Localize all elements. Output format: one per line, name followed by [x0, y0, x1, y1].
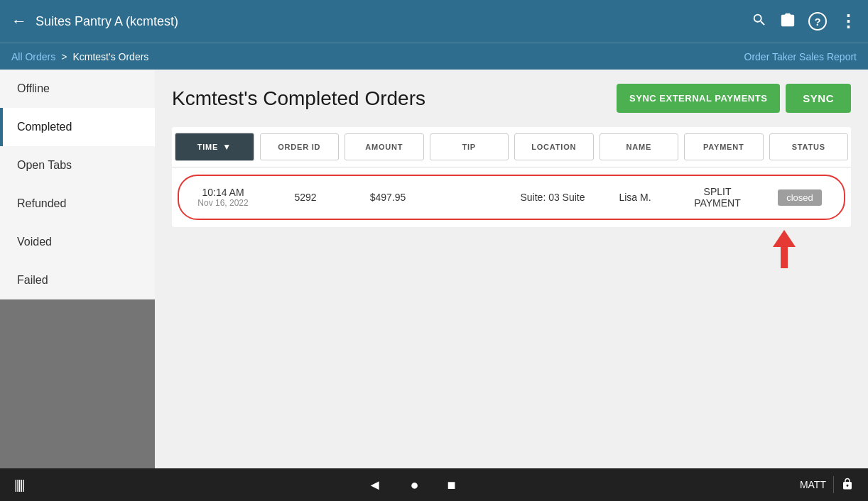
header-buttons: SYNC EXTERNAL PAYMENTS SYNC — [617, 84, 851, 113]
sidebar-item-open-tabs[interactable]: Open Tabs — [0, 146, 155, 185]
sync-button[interactable]: SYNC — [786, 84, 851, 113]
camera-icon[interactable] — [780, 12, 796, 31]
main-content: Offline Completed Open Tabs Refunded Voi… — [0, 70, 868, 468]
top-bar-icons: ? ⋮ — [752, 11, 857, 31]
arrow-annotation — [172, 230, 851, 268]
sidebar-item-refunded[interactable]: Refunded — [0, 185, 155, 223]
arrow-up — [773, 230, 796, 268]
col-header-amount[interactable]: AMOUNT — [345, 133, 424, 160]
col-header-location[interactable]: LOCATION — [514, 133, 594, 160]
sidebar-item-voided[interactable]: Voided — [0, 223, 155, 261]
orders-table: TIME ▼ ORDER ID AMOUNT TIP LOCATION NAME… — [172, 127, 851, 227]
cell-time: 10:14 AM Nov 16, 2022 — [182, 184, 264, 211]
cell-tip — [429, 194, 511, 200]
top-bar: ← Suites Pantry A (kcmtest) ? ⋮ — [0, 0, 868, 43]
breadcrumb-bar: All Orders > Kcmtest's Orders Order Take… — [0, 43, 868, 70]
col-header-tip[interactable]: TIP — [430, 133, 509, 160]
user-label: MATT — [800, 479, 826, 490]
sync-external-payments-button[interactable]: SYNC EXTERNAL PAYMENTS — [617, 84, 780, 113]
content-area: Kcmtest's Completed Orders SYNC EXTERNAL… — [155, 70, 868, 468]
cell-amount: $497.95 — [347, 189, 429, 206]
back-button[interactable]: ← — [11, 12, 27, 31]
col-header-status[interactable]: STATUS — [769, 133, 849, 160]
cell-payment: SPLIT PAYMENT — [676, 183, 759, 211]
sidebar: Offline Completed Open Tabs Refunded Voi… — [0, 70, 155, 468]
arrow-shaft — [781, 247, 788, 268]
order-taker-sales-report-link[interactable]: Order Taker Sales Report — [744, 51, 857, 62]
col-header-payment[interactable]: PAYMENT — [684, 133, 764, 160]
breadcrumb-separator: > — [61, 51, 67, 62]
sidebar-item-failed[interactable]: Failed — [0, 261, 155, 299]
page-title: Kcmtest's Completed Orders — [172, 87, 425, 110]
help-icon[interactable]: ? — [808, 12, 827, 31]
cell-status: closed — [759, 187, 841, 209]
barcode: ||||| — [14, 478, 23, 492]
breadcrumb-right: Order Taker Sales Report — [744, 50, 857, 63]
bottom-divider — [833, 476, 834, 493]
cell-time-main: 10:14 AM — [188, 187, 259, 198]
nav-home-button[interactable]: ● — [410, 477, 418, 493]
bottom-bar: ||||| ◄ ● ■ MATT — [0, 468, 868, 501]
table-header: TIME ▼ ORDER ID AMOUNT TIP LOCATION NAME… — [172, 127, 851, 167]
cell-time-sub: Nov 16, 2022 — [188, 198, 259, 208]
content-header: Kcmtest's Completed Orders SYNC EXTERNAL… — [172, 84, 851, 113]
nav-back-button[interactable]: ◄ — [368, 477, 382, 493]
more-icon[interactable]: ⋮ — [840, 11, 857, 31]
app-title: Suites Pantry A (kcmtest) — [36, 14, 752, 29]
bottom-nav: ◄ ● ■ — [368, 477, 456, 493]
cell-name: Lisa M. — [594, 189, 676, 206]
col-header-time[interactable]: TIME ▼ — [175, 133, 254, 161]
search-icon[interactable] — [752, 12, 767, 31]
sidebar-item-offline[interactable]: Offline — [0, 70, 155, 108]
col-header-order-id[interactable]: ORDER ID — [260, 133, 340, 160]
arrow-head — [773, 230, 796, 247]
sort-arrow-icon: ▼ — [222, 142, 232, 152]
cell-order-id: 5292 — [264, 189, 347, 206]
sidebar-bottom — [0, 299, 155, 468]
cell-location: Suite: 03 Suite — [511, 189, 594, 206]
col-header-name[interactable]: NAME — [600, 133, 679, 160]
nav-recents-button[interactable]: ■ — [447, 477, 456, 493]
status-badge: closed — [778, 189, 822, 206]
sidebar-item-completed[interactable]: Completed — [0, 108, 155, 146]
breadcrumb-all-orders[interactable]: All Orders — [11, 51, 55, 62]
table-row[interactable]: 10:14 AM Nov 16, 2022 5292 $497.95 Suite… — [178, 175, 845, 220]
bottom-right: MATT — [800, 476, 854, 493]
breadcrumb-current: Kcmtest's Orders — [72, 51, 148, 62]
lock-icon[interactable] — [841, 478, 854, 492]
